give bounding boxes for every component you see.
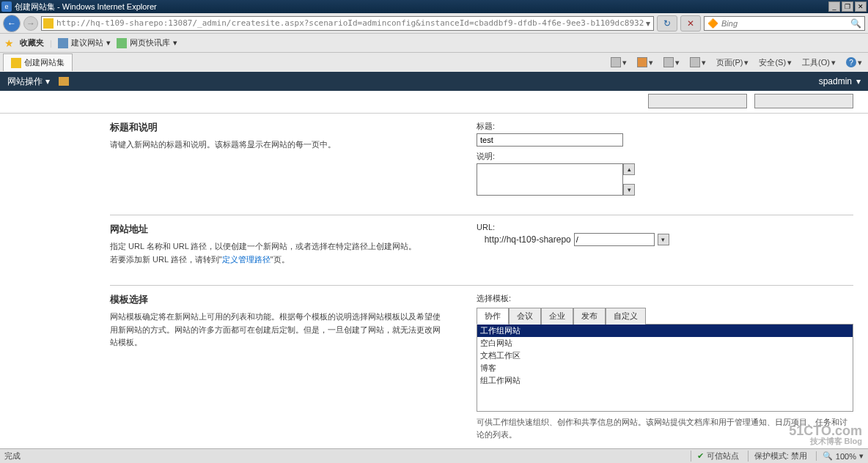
manage-paths-link[interactable]: 定义管理路径 <box>222 255 271 264</box>
site-favicon <box>43 18 54 29</box>
template-item[interactable]: 空白网站 <box>477 337 853 349</box>
tools-menu[interactable]: 工具(O) ▾ <box>799 56 839 70</box>
ie-icon: e <box>1 1 12 12</box>
safety-label: 安全(S) <box>759 57 786 68</box>
page-menu[interactable]: 页面(P) ▾ <box>713 56 752 70</box>
favorites-star-icon[interactable]: ★ <box>4 37 14 49</box>
refresh-button[interactable]: ↻ <box>657 15 677 32</box>
template-item[interactable]: 工作组网站 <box>477 325 853 337</box>
mail-icon <box>663 57 674 67</box>
home-button[interactable]: ▾ <box>608 56 630 69</box>
help-icon: ? <box>846 57 856 67</box>
back-button[interactable]: ← <box>3 15 21 32</box>
tab-toolbar: ▾ ▾ ▾ ▾ 页面(P) ▾ 安全(S) ▾ 工具(O) ▾ ?▾ <box>608 56 865 70</box>
dropdown-icon: ▾ <box>106 38 111 48</box>
stop-button[interactable]: ✕ <box>680 15 701 32</box>
dropdown-icon: ▾ <box>45 76 50 86</box>
url-input[interactable] <box>56 18 644 28</box>
site-actions-menu[interactable]: 网站操作 ▾ <box>7 75 50 88</box>
section-heading: 标题和说明 <box>110 121 447 134</box>
skip-button-top[interactable] <box>648 94 747 108</box>
window-titlebar: e 创建网站集 - Windows Internet Explorer _ ❐ … <box>0 0 868 13</box>
tools-label: 工具(O) <box>802 57 830 68</box>
tab-publishing[interactable]: 发布 <box>573 308 606 325</box>
web-slices[interactable]: 网页快讯库 ▾ <box>117 37 177 48</box>
slices-label: 网页快讯库 <box>130 37 170 48</box>
mail-button[interactable]: ▾ <box>661 56 683 69</box>
template-item[interactable]: 博客 <box>477 362 853 374</box>
desc-textarea[interactable] <box>477 163 623 196</box>
suggested-sites[interactable]: 建议网站 ▾ <box>58 37 111 48</box>
forward-button[interactable]: → <box>23 16 38 31</box>
bing-icon: 🔶 <box>707 18 718 29</box>
print-icon <box>690 57 700 67</box>
browser-tab[interactable]: 创建网站集 <box>3 53 73 71</box>
search-box[interactable]: 🔶 🔍 <box>704 16 865 31</box>
dropdown-icon[interactable]: ▾ <box>658 234 669 245</box>
tab-custom[interactable]: 自定义 <box>606 308 646 325</box>
help-button[interactable]: ?▾ <box>843 56 865 69</box>
template-list[interactable]: 工作组网站 空白网站 文档工作区 博客 组工作网站 <box>477 324 853 412</box>
title-input[interactable] <box>477 133 623 147</box>
tab-favicon <box>11 58 21 68</box>
page-label: 页面(P) <box>716 57 743 68</box>
tab-bar: 创建网站集 ▾ ▾ ▾ ▾ 页面(P) ▾ 安全(S) ▾ 工具(O) ▾ ?▾ <box>0 53 868 72</box>
section-desc2: 若要添加新 URL 路径，请转到"定义管理路径"页。 <box>110 253 447 267</box>
navigate-up-icon[interactable] <box>59 77 69 86</box>
home-icon <box>611 57 621 67</box>
section-heading: 网站地址 <box>110 223 447 236</box>
close-button[interactable]: ✕ <box>855 1 867 12</box>
dropdown-icon: ▾ <box>856 76 861 86</box>
dropdown-icon: ▾ <box>859 451 864 461</box>
favorites-label[interactable]: 收藏夹 <box>20 37 44 48</box>
watermark-main: 51CTO.com <box>789 423 862 438</box>
feeds-button[interactable]: ▾ <box>634 56 656 69</box>
status-done: 完成 <box>4 451 21 462</box>
title-label: 标题: <box>477 121 853 132</box>
template-item[interactable]: 组工作网站 <box>477 374 853 387</box>
status-bar: 完成 ✔ 可信站点 保护模式: 禁用 🔍 100% ▾ <box>0 448 868 463</box>
top-button-row <box>0 91 868 114</box>
scroll-up-icon[interactable]: ▴ <box>623 163 635 175</box>
desc-label: 说明: <box>477 151 853 162</box>
print-button[interactable]: ▾ <box>687 56 709 69</box>
safety-menu[interactable]: 安全(S) ▾ <box>756 56 795 70</box>
dropdown-icon: ▾ <box>173 38 177 48</box>
sharepoint-ribbon: 网站操作 ▾ spadmin ▾ <box>0 72 868 91</box>
page-content: 标题和说明 请键入新网站的标题和说明。该标题将显示在网站的每一页中。 标题: 说… <box>0 114 868 449</box>
section-desc: 请键入新网站的标题和说明。该标题将显示在网站的每一页中。 <box>110 138 447 152</box>
scroll-down-icon[interactable]: ▾ <box>623 184 635 196</box>
tab-enterprise[interactable]: 企业 <box>541 308 573 325</box>
tab-collaboration[interactable]: 协作 <box>477 308 509 325</box>
tab-title: 创建网站集 <box>24 57 65 68</box>
url-path-select[interactable] <box>574 233 655 246</box>
section-url: 网站地址 指定 URL 名称和 URL 路径，以便创建一个新网站，或者选择在特定… <box>110 215 853 275</box>
url-label: URL: <box>477 223 853 232</box>
section-heading: 模板选择 <box>110 293 447 306</box>
section-template: 模板选择 网站模板确定将在新网站上可用的列表和功能。根据每个模板的说明选择网站模… <box>110 285 853 449</box>
dropdown-icon[interactable]: ▾ <box>644 18 652 29</box>
current-user[interactable]: spadmin <box>819 76 852 86</box>
status-trusted[interactable]: ✔ 可信站点 <box>691 451 739 462</box>
section-desc: 指定 URL 名称和 URL 路径，以便创建一个新网站，或者选择在特定路径上创建… <box>110 240 447 253</box>
tab-meetings[interactable]: 会议 <box>509 308 541 325</box>
address-bar[interactable]: ▾ <box>41 16 654 31</box>
minimize-button[interactable]: _ <box>828 1 840 12</box>
search-button[interactable]: 🔍 <box>850 18 861 29</box>
slices-icon <box>117 38 127 48</box>
suggested-label: 建议网站 <box>71 37 103 48</box>
favorites-bar: ★ 收藏夹 | 建议网站 ▾ 网页快讯库 ▾ <box>0 34 868 53</box>
restore-button[interactable]: ❐ <box>842 1 853 12</box>
check-icon: ✔ <box>697 451 704 461</box>
template-item[interactable]: 文档工作区 <box>477 349 853 362</box>
watermark-sub: 技术博客 Blog <box>789 437 862 445</box>
watermark: 51CTO.com 技术博客 Blog <box>789 424 862 445</box>
nav-toolbar: ← → ▾ ↻ ✕ 🔶 🔍 <box>0 13 868 34</box>
suggested-icon <box>58 38 68 48</box>
status-zoom[interactable]: 🔍 100% ▾ <box>816 451 864 461</box>
ok-button-top[interactable] <box>754 94 853 108</box>
window-controls: _ ❐ ✕ <box>828 1 867 12</box>
search-input[interactable] <box>721 19 850 28</box>
template-tabs: 协作 会议 企业 发布 自定义 <box>477 307 853 324</box>
rss-icon <box>637 57 647 67</box>
